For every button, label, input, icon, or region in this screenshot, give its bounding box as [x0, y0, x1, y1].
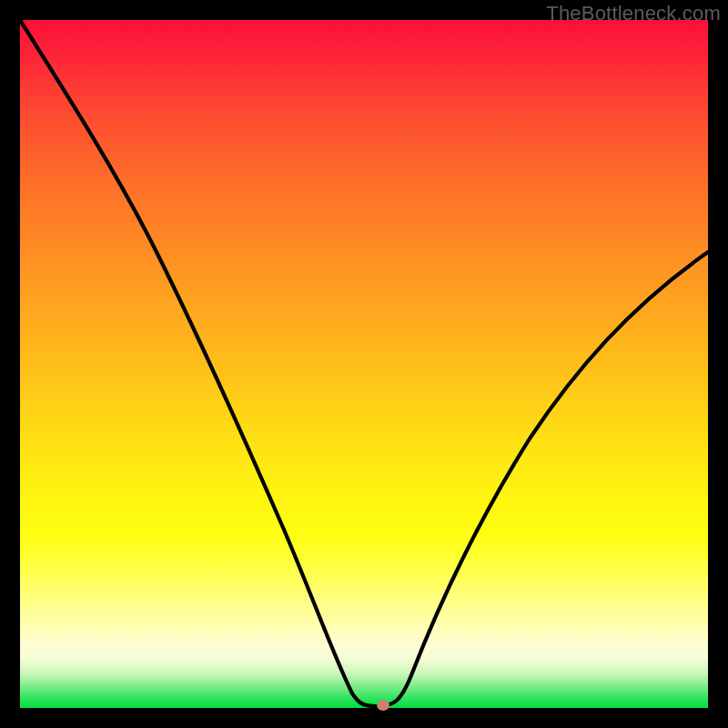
watermark-label: TheBottleneck.com: [546, 2, 721, 25]
chart-frame: TheBottleneck.com: [0, 0, 728, 728]
bottleneck-curve: [20, 20, 708, 708]
plot-area: [20, 20, 708, 708]
curve-path: [20, 20, 708, 706]
optimal-point-marker: [377, 700, 389, 711]
